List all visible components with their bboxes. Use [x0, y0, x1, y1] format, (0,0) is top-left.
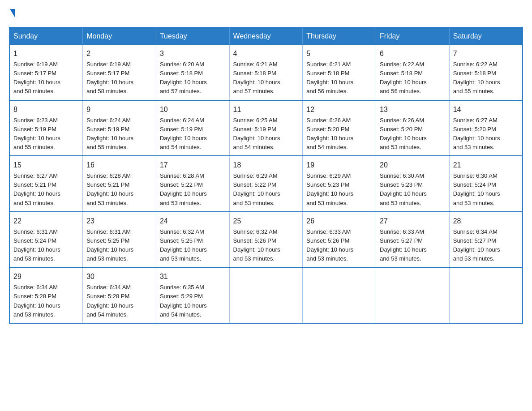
weekday-header-thursday: Thursday — [303, 27, 376, 45]
day-info: Sunrise: 6:34 AMSunset: 5:28 PMDaylight:… — [13, 283, 79, 319]
calendar-cell — [376, 267, 450, 323]
day-number: 2 — [86, 48, 152, 59]
day-info: Sunrise: 6:35 AMSunset: 5:29 PMDaylight:… — [160, 283, 226, 319]
day-number: 22 — [13, 216, 79, 227]
calendar-week-row: 22Sunrise: 6:31 AMSunset: 5:24 PMDayligh… — [9, 212, 523, 268]
day-number: 25 — [233, 216, 299, 227]
day-number: 24 — [160, 216, 226, 227]
day-number: 19 — [306, 160, 372, 171]
day-number: 12 — [306, 104, 372, 115]
day-info: Sunrise: 6:20 AMSunset: 5:18 PMDaylight:… — [160, 60, 226, 96]
day-info: Sunrise: 6:22 AMSunset: 5:18 PMDaylight:… — [380, 60, 446, 96]
day-info: Sunrise: 6:28 AMSunset: 5:21 PMDaylight:… — [86, 171, 152, 208]
calendar-cell: 9Sunrise: 6:24 AMSunset: 5:19 PMDaylight… — [83, 100, 156, 156]
calendar-cell: 27Sunrise: 6:33 AMSunset: 5:27 PMDayligh… — [376, 212, 450, 268]
page-header — [9, 9, 523, 18]
calendar-cell: 11Sunrise: 6:25 AMSunset: 5:19 PMDayligh… — [229, 100, 303, 156]
calendar-cell: 31Sunrise: 6:35 AMSunset: 5:29 PMDayligh… — [156, 267, 229, 323]
weekday-header-tuesday: Tuesday — [156, 27, 229, 45]
day-info: Sunrise: 6:31 AMSunset: 5:24 PMDaylight:… — [13, 227, 79, 264]
day-number: 28 — [453, 216, 519, 227]
calendar-cell: 12Sunrise: 6:26 AMSunset: 5:20 PMDayligh… — [303, 100, 376, 156]
day-info: Sunrise: 6:34 AMSunset: 5:27 PMDaylight:… — [453, 227, 519, 264]
calendar-cell: 21Sunrise: 6:30 AMSunset: 5:24 PMDayligh… — [449, 156, 523, 212]
day-info: Sunrise: 6:24 AMSunset: 5:19 PMDaylight:… — [160, 116, 226, 152]
day-number: 26 — [306, 216, 372, 227]
day-number: 27 — [380, 216, 446, 227]
day-number: 9 — [86, 104, 152, 115]
weekday-header-wednesday: Wednesday — [229, 27, 303, 45]
day-number: 8 — [13, 104, 79, 115]
calendar-cell: 17Sunrise: 6:28 AMSunset: 5:22 PMDayligh… — [156, 156, 229, 212]
calendar-cell — [229, 267, 303, 323]
day-number: 13 — [380, 104, 446, 115]
day-number: 4 — [233, 48, 299, 59]
day-info: Sunrise: 6:31 AMSunset: 5:25 PMDaylight:… — [86, 227, 152, 264]
weekday-header-friday: Friday — [376, 27, 450, 45]
weekday-header-sunday: Sunday — [9, 27, 83, 45]
calendar-cell: 7Sunrise: 6:22 AMSunset: 5:18 PMDaylight… — [449, 45, 523, 100]
calendar-cell: 4Sunrise: 6:21 AMSunset: 5:18 PMDaylight… — [229, 45, 303, 100]
calendar-cell: 23Sunrise: 6:31 AMSunset: 5:25 PMDayligh… — [83, 212, 156, 268]
day-info: Sunrise: 6:28 AMSunset: 5:22 PMDaylight:… — [160, 171, 226, 208]
calendar-cell: 10Sunrise: 6:24 AMSunset: 5:19 PMDayligh… — [156, 100, 229, 156]
day-info: Sunrise: 6:21 AMSunset: 5:18 PMDaylight:… — [233, 60, 299, 96]
calendar-week-row: 15Sunrise: 6:27 AMSunset: 5:21 PMDayligh… — [9, 156, 523, 212]
day-number: 10 — [160, 104, 226, 115]
calendar-cell: 19Sunrise: 6:29 AMSunset: 5:23 PMDayligh… — [303, 156, 376, 212]
day-info: Sunrise: 6:33 AMSunset: 5:26 PMDaylight:… — [306, 227, 372, 264]
calendar-cell: 5Sunrise: 6:21 AMSunset: 5:18 PMDaylight… — [303, 45, 376, 100]
day-number: 18 — [233, 160, 299, 171]
day-number: 15 — [13, 160, 79, 171]
day-number: 21 — [453, 160, 519, 171]
calendar-cell: 2Sunrise: 6:19 AMSunset: 5:17 PMDaylight… — [83, 45, 156, 100]
day-info: Sunrise: 6:24 AMSunset: 5:19 PMDaylight:… — [86, 116, 152, 152]
calendar-cell: 15Sunrise: 6:27 AMSunset: 5:21 PMDayligh… — [9, 156, 83, 212]
day-number: 5 — [306, 48, 372, 59]
day-info: Sunrise: 6:29 AMSunset: 5:23 PMDaylight:… — [306, 171, 372, 208]
day-info: Sunrise: 6:25 AMSunset: 5:19 PMDaylight:… — [233, 116, 299, 152]
logo — [9, 9, 16, 18]
day-info: Sunrise: 6:27 AMSunset: 5:20 PMDaylight:… — [453, 116, 519, 152]
day-info: Sunrise: 6:22 AMSunset: 5:18 PMDaylight:… — [453, 60, 519, 96]
calendar-cell: 30Sunrise: 6:34 AMSunset: 5:28 PMDayligh… — [83, 267, 156, 323]
day-number: 31 — [160, 271, 226, 282]
day-info: Sunrise: 6:19 AMSunset: 5:17 PMDaylight:… — [86, 60, 152, 96]
calendar-cell: 24Sunrise: 6:32 AMSunset: 5:25 PMDayligh… — [156, 212, 229, 268]
calendar-cell: 3Sunrise: 6:20 AMSunset: 5:18 PMDaylight… — [156, 45, 229, 100]
calendar-cell: 1Sunrise: 6:19 AMSunset: 5:17 PMDaylight… — [9, 45, 83, 100]
day-number: 1 — [13, 48, 79, 59]
calendar-week-row: 8Sunrise: 6:23 AMSunset: 5:19 PMDaylight… — [9, 100, 523, 156]
day-number: 6 — [380, 48, 446, 59]
day-info: Sunrise: 6:21 AMSunset: 5:18 PMDaylight:… — [306, 60, 372, 96]
day-info: Sunrise: 6:30 AMSunset: 5:23 PMDaylight:… — [380, 171, 446, 208]
calendar-cell: 20Sunrise: 6:30 AMSunset: 5:23 PMDayligh… — [376, 156, 450, 212]
calendar-cell: 16Sunrise: 6:28 AMSunset: 5:21 PMDayligh… — [83, 156, 156, 212]
day-info: Sunrise: 6:27 AMSunset: 5:21 PMDaylight:… — [13, 171, 79, 208]
day-number: 30 — [86, 271, 152, 282]
day-info: Sunrise: 6:32 AMSunset: 5:25 PMDaylight:… — [160, 227, 226, 264]
calendar-header-row: SundayMondayTuesdayWednesdayThursdayFrid… — [9, 27, 523, 45]
day-info: Sunrise: 6:26 AMSunset: 5:20 PMDaylight:… — [306, 116, 372, 152]
day-number: 16 — [86, 160, 152, 171]
calendar-cell: 8Sunrise: 6:23 AMSunset: 5:19 PMDaylight… — [9, 100, 83, 156]
day-info: Sunrise: 6:23 AMSunset: 5:19 PMDaylight:… — [13, 116, 79, 152]
day-info: Sunrise: 6:34 AMSunset: 5:28 PMDaylight:… — [86, 283, 152, 319]
day-number: 17 — [160, 160, 226, 171]
calendar-cell: 6Sunrise: 6:22 AMSunset: 5:18 PMDaylight… — [376, 45, 450, 100]
day-info: Sunrise: 6:29 AMSunset: 5:22 PMDaylight:… — [233, 171, 299, 208]
day-number: 14 — [453, 104, 519, 115]
calendar-cell: 13Sunrise: 6:26 AMSunset: 5:20 PMDayligh… — [376, 100, 450, 156]
calendar-table: SundayMondayTuesdayWednesdayThursdayFrid… — [9, 27, 523, 324]
calendar-cell: 18Sunrise: 6:29 AMSunset: 5:22 PMDayligh… — [229, 156, 303, 212]
calendar-cell: 14Sunrise: 6:27 AMSunset: 5:20 PMDayligh… — [449, 100, 523, 156]
calendar-cell: 28Sunrise: 6:34 AMSunset: 5:27 PMDayligh… — [449, 212, 523, 268]
day-number: 11 — [233, 104, 299, 115]
day-info: Sunrise: 6:32 AMSunset: 5:26 PMDaylight:… — [233, 227, 299, 264]
day-info: Sunrise: 6:19 AMSunset: 5:17 PMDaylight:… — [13, 60, 79, 96]
day-info: Sunrise: 6:30 AMSunset: 5:24 PMDaylight:… — [453, 171, 519, 208]
weekday-header-saturday: Saturday — [449, 27, 523, 45]
day-number: 29 — [13, 271, 79, 282]
day-number: 20 — [380, 160, 446, 171]
calendar-cell: 22Sunrise: 6:31 AMSunset: 5:24 PMDayligh… — [9, 212, 83, 268]
